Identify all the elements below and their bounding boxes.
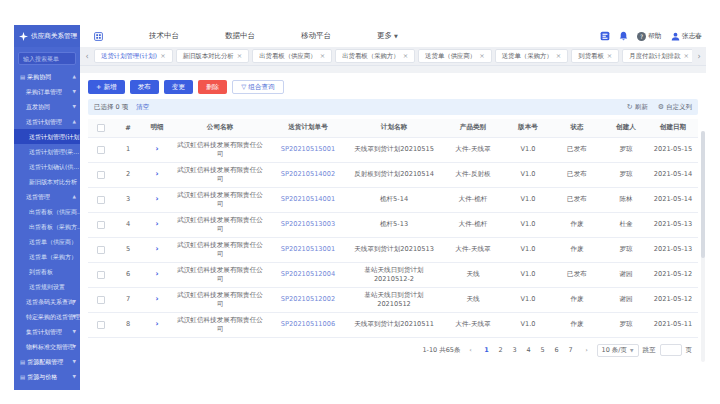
expand-row-icon[interactable]: ›: [155, 244, 158, 253]
sidebar-item[interactable]: 送货条码关系查询▼: [14, 294, 80, 309]
sidebar-item[interactable]: ▤采购协同▲: [14, 69, 80, 84]
sidebar-item[interactable]: 送货计划管理(计划): [14, 129, 80, 144]
sidebar-item[interactable]: 采购订单管理▼: [14, 84, 80, 99]
row-index: 5: [114, 237, 142, 262]
page-number[interactable]: 2: [495, 344, 507, 356]
tab[interactable]: 新旧版本对比分析×: [176, 49, 250, 63]
row-checkbox[interactable]: [97, 321, 105, 329]
row-checkbox[interactable]: [97, 146, 105, 154]
plan-no-link[interactable]: SP20210514002: [268, 162, 348, 187]
page-number[interactable]: 3: [509, 344, 521, 356]
row-checkbox[interactable]: [97, 296, 105, 304]
close-icon[interactable]: ×: [556, 52, 561, 60]
sidebar-item[interactable]: 送货计划管理(采...: [14, 144, 80, 159]
page-number[interactable]: 7: [565, 344, 577, 356]
change-button[interactable]: 变更: [164, 80, 193, 94]
sidebar-item[interactable]: 送货单（采购方）: [14, 249, 80, 264]
delete-button[interactable]: 删除: [198, 80, 227, 94]
sidebar-item[interactable]: 物料标准交期管理▼: [14, 339, 80, 354]
sidebar-item[interactable]: 送货计划管理▲: [14, 114, 80, 129]
row-checkbox[interactable]: [97, 246, 105, 254]
row-checkbox[interactable]: [97, 271, 105, 279]
sidebar-search-input[interactable]: [18, 52, 76, 65]
expand-row-icon[interactable]: ›: [155, 144, 158, 153]
tab-scroll-right-icon[interactable]: ›: [695, 52, 703, 61]
plan-no-link[interactable]: SP20210513001: [268, 237, 348, 262]
nav-item-tech-platform[interactable]: 技术中台: [149, 31, 179, 41]
page-number[interactable]: 5: [537, 344, 549, 356]
page-number[interactable]: 4: [523, 344, 535, 356]
next-page-button[interactable]: ›: [581, 344, 593, 356]
expand-row-icon[interactable]: ›: [155, 169, 158, 178]
select-all-checkbox[interactable]: [97, 124, 105, 132]
bell-icon[interactable]: [619, 31, 628, 41]
row-checkbox[interactable]: [97, 196, 105, 204]
scrollbar-thumb[interactable]: [701, 131, 705, 258]
row-checkbox-cell: [88, 237, 114, 262]
sidebar-item[interactable]: 送货计划确认(供...: [14, 159, 80, 174]
tab[interactable]: 出货看板（供应商）×: [252, 49, 332, 63]
sidebar-item[interactable]: ▤货源与价格▼: [14, 369, 80, 384]
sidebar-item[interactable]: 送货规则设置: [14, 279, 80, 294]
creator-cell: 罗琼: [604, 312, 648, 337]
jump-to-input[interactable]: [660, 344, 682, 356]
plan-no-link[interactable]: SP20210512002: [268, 287, 348, 312]
close-icon[interactable]: ×: [237, 52, 242, 60]
nav-item-more[interactable]: 更多▼: [377, 31, 398, 41]
sidebar-item[interactable]: 送货管理▲: [14, 189, 80, 204]
prev-page-button[interactable]: ‹: [465, 344, 477, 356]
user-menu[interactable]: 张志春: [671, 31, 702, 41]
expand-row-icon[interactable]: ›: [155, 194, 158, 203]
expand-row-icon[interactable]: ›: [155, 219, 158, 228]
tab[interactable]: 出货看板（采购方）×: [335, 49, 415, 63]
sidebar-item[interactable]: 出货看板（采购方...: [14, 219, 80, 234]
tab[interactable]: 送货计划管理(计划)×: [94, 49, 173, 63]
close-icon[interactable]: ×: [160, 52, 165, 60]
sidebar-item[interactable]: 特定采购的送货管理▼: [14, 309, 80, 324]
combo-query-button[interactable]: ▽ 组合查询: [232, 80, 283, 94]
workbench-icon[interactable]: [600, 31, 610, 41]
sidebar-item[interactable]: 到货看板: [14, 264, 80, 279]
apps-grid-icon[interactable]: [94, 32, 103, 41]
page-number[interactable]: 1: [481, 344, 493, 356]
nav-item-mobile-platform[interactable]: 移动平台: [301, 31, 331, 41]
close-icon[interactable]: ×: [320, 52, 325, 60]
close-icon[interactable]: ×: [479, 52, 484, 60]
sidebar-item[interactable]: 新旧版本对比分析: [14, 174, 80, 189]
nav-item-data-platform[interactable]: 数据中台: [225, 31, 255, 41]
page-number[interactable]: 6: [551, 344, 563, 356]
close-icon[interactable]: ×: [403, 52, 408, 60]
tab[interactable]: 到货看板×: [571, 49, 619, 63]
plan-no-link[interactable]: SP20210511006: [268, 312, 348, 337]
page-size-select[interactable]: 10 条/页 ▼: [597, 344, 639, 357]
plan-no-link[interactable]: SP20210514001: [268, 187, 348, 212]
tab[interactable]: 送货单（供应商）×: [418, 49, 492, 63]
sidebar-item[interactable]: 送货单（供应商）: [14, 234, 80, 249]
sidebar-item[interactable]: 出货看板（供应商...: [14, 204, 80, 219]
sidebar-item[interactable]: 直发协同▼: [14, 99, 80, 114]
row-checkbox[interactable]: [97, 171, 105, 179]
row-checkbox[interactable]: [97, 221, 105, 229]
close-icon[interactable]: ×: [607, 52, 612, 60]
plan-no-link[interactable]: SP20210513003: [268, 212, 348, 237]
tab[interactable]: 月度付款计划排款×: [622, 49, 692, 63]
help-button[interactable]: ? 帮助: [637, 31, 662, 41]
add-button[interactable]: + 新增: [88, 80, 125, 94]
refresh-button[interactable]: ↻ 刷新: [627, 103, 648, 112]
tab-scroll-left-icon[interactable]: ‹: [83, 52, 91, 61]
plan-no-link[interactable]: SP20210512004: [268, 262, 348, 287]
clear-selection-link[interactable]: 清空: [136, 103, 149, 112]
sidebar-item[interactable]: 集货计划管理▼: [14, 324, 80, 339]
add-label: 新增: [103, 83, 116, 92]
close-icon[interactable]: ×: [683, 52, 688, 60]
sidebar-item[interactable]: ▤货源配额管理▼: [14, 354, 80, 369]
tab[interactable]: 送货单（采购方）×: [495, 49, 569, 63]
publish-button[interactable]: 发布: [130, 80, 159, 94]
expand-row-icon[interactable]: ›: [155, 269, 158, 278]
table-scrollbar[interactable]: [701, 131, 705, 362]
expand-row-icon[interactable]: ›: [155, 294, 158, 303]
expand-row-icon[interactable]: ›: [155, 319, 158, 328]
customize-columns-button[interactable]: ⚙ 自定义列: [658, 103, 692, 112]
user-name: 张志春: [682, 31, 702, 41]
plan-no-link[interactable]: SP20210515001: [268, 137, 348, 162]
